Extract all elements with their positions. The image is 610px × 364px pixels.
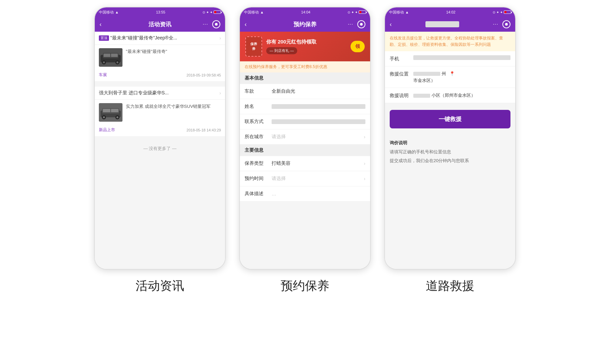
desc-blurred: [413, 94, 430, 98]
value-type: 打蜡美容: [272, 160, 364, 166]
category-2: 新品上市: [99, 127, 115, 133]
dots-1[interactable]: ···: [203, 21, 208, 27]
phone1-wrapper: 中国移动 ▲ 13:55 ⊙ ✦ ✦ ‹ 活动资讯 ···: [94, 7, 226, 294]
label-name: 姓名: [245, 103, 272, 110]
form-row-time[interactable]: 预约时间 请选择 ›: [240, 171, 370, 186]
screen2-title: 预约保养: [294, 21, 316, 28]
app-header-3: ‹ ···: [385, 17, 515, 32]
value-time: 请选择: [272, 176, 364, 182]
back-icon-2[interactable]: ‹: [245, 21, 247, 28]
signal-icon-1: ⊙ ✦ ✦: [202, 10, 213, 14]
status-right-1: ⊙ ✦ ✦: [202, 10, 221, 14]
coupon-claim-btn[interactable]: 领: [351, 41, 365, 52]
app-header-1: ‹ 活动资讯 ···: [95, 17, 225, 32]
svg-point-15: [103, 116, 105, 118]
value-city: 请选择: [272, 134, 364, 140]
dots-2[interactable]: ···: [348, 21, 353, 27]
rescue-phone-blurred: [413, 55, 510, 60]
car-image-2: [99, 103, 122, 122]
phone3-wrapper: 中国移动 ▲ 14:02 ⊙ ✦ ✦ ‹ ···: [384, 7, 516, 294]
news-thumb-2: [99, 103, 122, 122]
status-bar-1: 中国移动 ▲ 13:55 ⊙ ✦ ✦: [95, 7, 225, 17]
phone2: 中国移动 ▲ 14:04 ⊙ ✦ ✦ ‹ 预约保养 ···: [239, 7, 371, 270]
signal-2: ⊙ ✦ ✦: [348, 10, 358, 14]
header-right-1: ···: [203, 20, 220, 28]
promo-bar: 在线预约保养服务，更可享受工时费8.5折优惠: [240, 61, 370, 72]
app-header-2: ‹ 预约保养 ···: [240, 17, 370, 32]
rescue-location-value: 州 📍 市金水区）: [413, 70, 510, 84]
caption-1: 活动资讯: [136, 278, 184, 294]
no-more: — 没有更多了 —: [95, 139, 225, 158]
status-bar-3: 中国移动 ▲ 14:02 ⊙ ✦ ✦: [385, 7, 515, 17]
label-city: 所在城市: [245, 134, 272, 140]
coupon-ticket: 保养 券: [245, 36, 262, 57]
info-banner: 在线发送员援位置，让救援更方便。全程协助处理事故报案、查勘、定损、核价、理赔资料…: [385, 32, 515, 51]
rescue-label-phone: 手机: [390, 55, 413, 62]
form-row-city[interactable]: 所在城市 请选择 ›: [240, 129, 370, 145]
news-item-1-top[interactable]: 置顶 "最未来"碰撞"最传奇"Jeep®全... ›: [95, 32, 225, 45]
activity-content: 置顶 "最未来"碰撞"最传奇"Jeep®全... ›: [95, 32, 225, 269]
rescue-row-phone[interactable]: 手机: [385, 51, 515, 66]
value-model: 全新自由光: [272, 88, 365, 94]
wifi-icon-2: ▲: [260, 10, 264, 14]
svg-point-6: [103, 61, 105, 63]
name-blurred: [272, 104, 365, 109]
title-blurred-3: [425, 21, 459, 27]
inquiry-section: 询价说明 请填写正确的手机号和位置信息 提交成功后，我们会在20分钟内与您联系: [385, 135, 515, 171]
target-icon-2[interactable]: [357, 20, 365, 28]
news-body-1: "最未来"碰撞"最传奇": [126, 48, 221, 67]
rescue-row-location[interactable]: 救援位置 州 📍 市金水区）: [385, 66, 515, 88]
svg-point-17: [116, 116, 118, 118]
date-2: 2018-05-18 14:43:29: [187, 128, 221, 132]
carrier-2: 中国移动: [244, 10, 259, 15]
header-right-2: ···: [348, 20, 365, 28]
news-item-2-top[interactable]: 强大到骨子里 进口专业级豪华S... ›: [95, 87, 225, 100]
form-row-name[interactable]: 姓名: [240, 99, 370, 114]
rescue-content: 手机 救援位置 州 📍 市金水区）: [385, 51, 515, 269]
svg-rect-3: [104, 54, 110, 57]
target-icon-3[interactable]: [502, 20, 510, 28]
svg-rect-12: [103, 109, 110, 112]
section-header-basic: 基本信息: [240, 72, 370, 84]
chevron-1: ›: [219, 35, 221, 41]
news-item-2-body[interactable]: 实力加累 成就全球全尺寸豪华SUV销量冠军: [95, 100, 225, 125]
carrier-3: 中国移动: [389, 10, 404, 15]
battery-1: [214, 10, 221, 14]
coupon-banner: 保养 券 你有 200元红包待领取 — 到店有礼 — 领: [240, 32, 370, 61]
car-svg-1: [99, 48, 122, 67]
battery-3: [504, 10, 511, 14]
tag-top: 置顶: [99, 35, 109, 41]
value-desc: …: [272, 191, 365, 196]
news-item-1-body[interactable]: "最未来"碰撞"最传奇": [95, 45, 225, 70]
rescue-label-location: 救援位置: [390, 70, 413, 77]
wifi-icon-3: ▲: [405, 10, 409, 14]
back-icon-1[interactable]: ‹: [100, 21, 102, 28]
chevron-city: ›: [364, 134, 365, 140]
caption-2: 预约保养: [281, 278, 329, 294]
form-row-type[interactable]: 保养类型 打蜡美容 ›: [240, 156, 370, 171]
rescue-desc-value: 小区（郑州市金水区）: [413, 92, 510, 99]
rescue-row-desc[interactable]: 救援说明 小区（郑州市金水区）: [385, 88, 515, 103]
time-2: 14:04: [301, 10, 310, 14]
rescue-btn[interactable]: 一键救援: [390, 110, 510, 128]
news-item-2-top-text: 强大到骨子里 进口专业级豪华S...: [99, 90, 219, 96]
status-left-2: 中国移动 ▲: [244, 10, 264, 15]
phone3: 中国移动 ▲ 14:02 ⊙ ✦ ✦ ‹ ···: [384, 7, 516, 270]
loc-text2: 市金水区）: [413, 78, 435, 83]
svg-rect-13: [111, 109, 118, 112]
form-row-desc[interactable]: 具体描述 …: [240, 186, 370, 202]
label-phone: 联系方式: [245, 119, 272, 125]
phone1: 中国移动 ▲ 13:55 ⊙ ✦ ✦ ‹ 活动资讯 ···: [94, 7, 226, 270]
caption-3: 道路救援: [426, 278, 474, 294]
car-image-1: [99, 48, 122, 67]
form-row-phone[interactable]: 联系方式: [240, 114, 370, 129]
form-row-model: 车款 全新自由光: [240, 84, 370, 99]
label-type: 保养类型: [245, 160, 272, 166]
time-3: 14:02: [446, 10, 455, 14]
coupon-main: 你有 200元红包待领取 — 到店有礼 —: [266, 39, 346, 54]
news-item-1-top-text: "最未来"碰撞"最传奇"Jeep®全...: [110, 35, 219, 41]
target-icon-1[interactable]: [212, 20, 220, 28]
loc-blurred1: [413, 72, 440, 76]
label-time: 预约时间: [245, 176, 272, 182]
dots-3[interactable]: ···: [493, 21, 498, 27]
